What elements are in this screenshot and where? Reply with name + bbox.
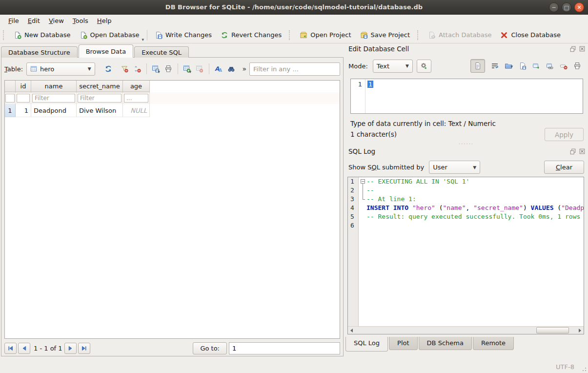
menu-edit[interactable]: Edit	[23, 16, 44, 26]
dock-tab-bar: SQL Log Plot DB Schema Remote	[345, 337, 588, 352]
toolbar-drag-handle[interactable]	[417, 30, 422, 40]
open-external-icon[interactable]	[532, 62, 540, 70]
filter-input-name[interactable]	[32, 94, 75, 103]
print-icon[interactable]	[573, 62, 581, 70]
tab-database-structure[interactable]: Database Structure	[1, 46, 78, 58]
row-header[interactable]: 1	[5, 104, 16, 117]
copy-link-icon[interactable]	[546, 62, 554, 70]
save-project-button[interactable]: Save Project	[356, 29, 415, 41]
mode-select[interactable]: Text ▼	[373, 60, 413, 73]
goto-input[interactable]	[229, 342, 340, 354]
column-header-age[interactable]: age	[123, 81, 150, 92]
set-null-icon[interactable]	[560, 62, 568, 70]
close-database-button[interactable]: Close Database	[496, 29, 565, 41]
dock-close-icon[interactable]	[578, 147, 586, 155]
column-header-secret-name[interactable]: secret_name	[77, 81, 123, 92]
tab-sql-log[interactable]: SQL Log	[345, 337, 388, 352]
document-icon	[474, 62, 482, 70]
goto-button[interactable]: Go to:	[193, 342, 227, 354]
filter-input-id[interactable]	[17, 94, 30, 103]
menu-view[interactable]: View	[44, 16, 68, 26]
new-database-button[interactable]: New Database	[9, 29, 75, 41]
table-label: Table:	[4, 65, 23, 73]
sql-log-editor[interactable]: 1 2 3 4 5 6 − -- EXECUTING ALL IN 'SQL 1…	[347, 177, 584, 334]
dock-float-icon[interactable]	[569, 45, 577, 53]
menu-tools[interactable]: Tools	[68, 16, 93, 26]
maximize-icon[interactable]: □	[562, 2, 571, 12]
cell-name[interactable]: Deadpond	[31, 104, 77, 117]
refresh-icon	[104, 65, 112, 73]
dock-close-icon[interactable]	[578, 45, 586, 53]
filter-input-age[interactable]	[124, 94, 148, 103]
cell-age[interactable]: NULL	[123, 104, 150, 117]
menu-file[interactable]: File	[4, 16, 23, 26]
tab-plot[interactable]: Plot	[389, 337, 418, 350]
window-title: DB Browser for SQLite - /home/user/code/…	[165, 3, 423, 11]
insert-record-button[interactable]: ▾	[181, 62, 194, 75]
data-grid[interactable]: id name secret_name age 1 1 Deadpond Div…	[4, 80, 340, 339]
import-data-button[interactable]: ▾	[505, 62, 513, 70]
tab-remote[interactable]: Remote	[473, 337, 514, 350]
export-data-icon[interactable]	[519, 62, 527, 70]
first-record-button[interactable]	[4, 343, 17, 354]
cell-id[interactable]: 1	[16, 104, 31, 117]
column-header-id[interactable]: id	[16, 81, 31, 92]
tab-browse-data[interactable]: Browse Data	[79, 44, 134, 58]
clear-log-button[interactable]: Clear	[544, 161, 584, 174]
dock-float-icon[interactable]	[569, 147, 577, 155]
toolbar-separator	[209, 63, 209, 74]
open-database-menu-caret[interactable]: ▾	[142, 37, 144, 43]
grid-corner[interactable]	[5, 81, 16, 92]
chevron-down-icon: ▼	[473, 165, 476, 170]
write-changes-button[interactable]: Write Changes	[150, 29, 216, 41]
fold-collapse-icon[interactable]: −	[361, 179, 365, 184]
dock-splitter-handle[interactable]: ······	[345, 142, 588, 146]
open-database-icon	[80, 31, 87, 39]
show-sql-label: Show SQL submitted by	[348, 164, 424, 171]
column-header-name[interactable]: name	[31, 81, 77, 92]
word-wrap-icon[interactable]	[491, 62, 499, 70]
scroll-left-icon[interactable]	[348, 327, 356, 334]
print-icon	[164, 65, 172, 73]
print-table-button[interactable]	[162, 62, 175, 75]
submitted-by-select[interactable]: User ▼	[429, 161, 480, 174]
cell-editor-line-number: 1	[351, 79, 365, 113]
cell-secret-name[interactable]: Dive Wilson	[77, 104, 123, 117]
close-icon[interactable]: ✕	[574, 2, 584, 12]
refresh-button[interactable]	[102, 62, 115, 75]
filter-input-rowid[interactable]	[5, 94, 15, 103]
save-project-icon	[360, 31, 368, 39]
grid-filter-row	[5, 92, 340, 104]
cell-editor-content[interactable]: 1	[367, 81, 373, 88]
scroll-right-icon[interactable]	[576, 327, 584, 334]
scrollbar-thumb[interactable]	[536, 327, 569, 333]
minimize-icon[interactable]: ─	[549, 2, 559, 12]
export-table-button[interactable]: ▾	[150, 62, 162, 75]
revert-changes-button[interactable]: Revert Changes	[216, 29, 286, 41]
resize-grip[interactable]	[581, 366, 587, 372]
text-mode-button[interactable]	[470, 59, 485, 73]
previous-record-button[interactable]	[18, 343, 30, 354]
toolbar-drag-handle[interactable]	[3, 30, 7, 40]
clear-sorting-button[interactable]	[131, 62, 143, 75]
toolbar-extension-button[interactable]: »	[242, 65, 246, 73]
open-project-button[interactable]: Open Project	[295, 29, 355, 41]
last-record-button[interactable]	[78, 343, 90, 354]
toolbar-drag-handle[interactable]	[289, 30, 293, 40]
find-button[interactable]	[225, 62, 238, 75]
open-database-button[interactable]: Open Database	[75, 29, 144, 41]
title-bar: DB Browser for SQLite - /home/user/code/…	[0, 0, 588, 15]
menu-help[interactable]: Help	[93, 16, 116, 26]
filter-input-secret-name[interactable]	[78, 94, 122, 103]
format-button[interactable]: AA	[212, 62, 225, 75]
clear-filters-button[interactable]	[118, 62, 131, 75]
tab-db-schema[interactable]: DB Schema	[419, 337, 472, 350]
tab-execute-sql[interactable]: Execute SQL	[134, 46, 189, 58]
scrollbar-track[interactable]	[356, 327, 576, 334]
next-record-button[interactable]	[64, 343, 77, 354]
horizontal-scrollbar[interactable]	[348, 326, 584, 334]
cell-value-editor[interactable]: 1 1	[350, 79, 583, 114]
auto-detect-button[interactable]	[417, 60, 431, 73]
filter-any-column-input[interactable]	[249, 62, 340, 76]
table-select[interactable]: hero ▼	[26, 62, 95, 76]
